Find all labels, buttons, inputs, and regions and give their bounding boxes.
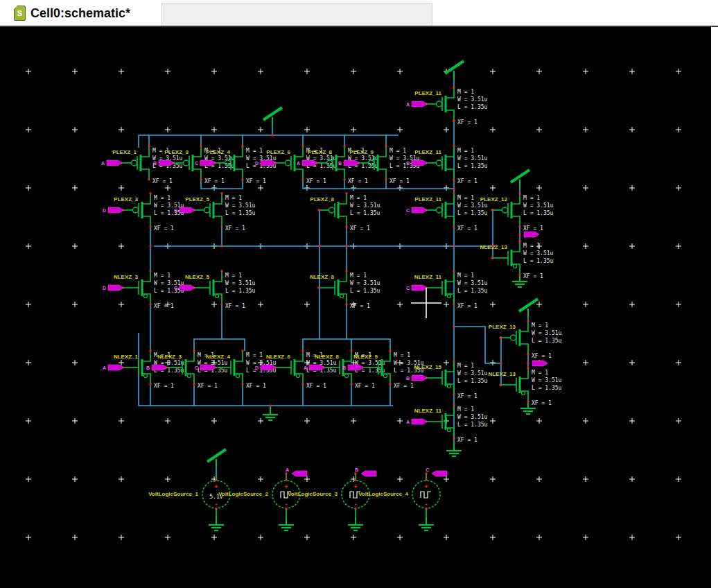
transistor-NLEXZ_13[interactable]: NLEXZ_13M = 1W = 3.51uL = 1.35uXF = 1 (480, 241, 553, 280)
svg-text:XF = 1: XF = 1 (154, 383, 174, 389)
svg-text:-: - (425, 500, 427, 508)
svg-text:XF = 1: XF = 1 (457, 437, 478, 443)
ground-symbol[interactable] (279, 517, 294, 530)
svg-text:PLEXZ_6: PLEXZ_6 (266, 149, 290, 155)
cursor-crosshair (411, 288, 441, 318)
source-pin-C[interactable]: C (426, 467, 448, 476)
ground-symbol[interactable] (446, 443, 462, 456)
svg-text:PLEXZ_1: PLEXZ_1 (112, 149, 137, 155)
svg-text:PLEXZ_11: PLEXZ_11 (414, 149, 441, 155)
wire[interactable] (139, 135, 399, 148)
transistor-NLEXZ_5[interactable]: NLEXZ_5M = 1W = 3.51uL = 1.35uXF = 1 (185, 270, 256, 310)
svg-text:M = 1: M = 1 (457, 89, 474, 95)
wire[interactable] (194, 339, 245, 351)
transistor-PLEXZ_8[interactable]: PLEXZ_8M = 1W = 3.51uL = 1.35uXF = 1 (310, 193, 380, 232)
ground-symbol[interactable] (419, 517, 434, 530)
input-pin-A[interactable]: A (406, 419, 427, 424)
svg-text:XF = 1: XF = 1 (457, 178, 478, 184)
input-pin-C[interactable]: C (406, 207, 427, 213)
vdd-symbol[interactable] (207, 449, 226, 467)
schematic-canvas[interactable]: PLEXZ_1M = 1W = 3.51uL = 1.35uXF = 1APLE… (0, 26, 711, 588)
svg-text:M = 1: M = 1 (457, 363, 474, 369)
svg-text:W = 3.51u: W = 3.51u (225, 202, 256, 209)
output-pin[interactable] (532, 361, 548, 366)
svg-text:M = 1: M = 1 (389, 148, 406, 154)
input-pin-C[interactable]: C (174, 285, 195, 291)
input-pin-A[interactable]: A (103, 365, 123, 370)
source-pin-A[interactable]: A (286, 467, 308, 476)
svg-text:XF = 1: XF = 1 (389, 178, 410, 184)
vdd-symbol[interactable] (519, 299, 538, 317)
svg-text:XF = 1: XF = 1 (306, 383, 326, 389)
svg-text:L = 1.35u: L = 1.35u (457, 378, 488, 384)
svg-text:M = 1: M = 1 (350, 195, 367, 201)
input-pin-B[interactable]: B (153, 160, 174, 166)
svg-text:L = 1.35u: L = 1.35u (457, 163, 488, 169)
input-pin-B[interactable]: B (338, 160, 359, 166)
tab-cell0-schematic[interactable]: S Cell0:schematic* (10, 2, 134, 24)
tab-empty-area[interactable] (161, 3, 432, 26)
ground-symbol[interactable] (263, 407, 278, 420)
ground-symbol[interactable] (209, 517, 224, 530)
input-pin-A[interactable]: A (304, 365, 324, 370)
transistor-PLEXZ_13[interactable]: PLEXZ_13M = 1W = 3.51uL = 1.35uXF = 1 (489, 320, 562, 360)
transistor-PLEXZ_11[interactable]: PLEXZ_11M = 1W = 3.51uL = 1.35uXF = 1 (414, 146, 487, 185)
svg-text:NLEXZ_11: NLEXZ_11 (414, 408, 442, 414)
wire[interactable] (303, 339, 390, 351)
svg-text:XF = 1: XF = 1 (523, 225, 543, 232)
voltage-source-VoltLogicSource_4[interactable]: +-VoltLogicSource_4 (358, 474, 440, 518)
ground-symbol[interactable] (348, 517, 363, 530)
vdd-symbol[interactable] (511, 170, 529, 188)
svg-text:W = 3.51u: W = 3.51u (457, 155, 488, 162)
input-pin-B[interactable]: B (146, 365, 167, 370)
vdd-symbol[interactable] (445, 61, 464, 79)
transistor-NLEXZ_13[interactable]: NLEXZ_13M = 1W = 3.51uL = 1.35uXF = 1 (488, 368, 561, 407)
input-pin-A[interactable]: A (101, 160, 122, 166)
svg-text:C: C (195, 161, 198, 166)
svg-text:M = 1: M = 1 (225, 195, 242, 201)
source-pin-B[interactable]: B (355, 467, 377, 476)
schematic-drawing[interactable]: PLEXZ_1M = 1W = 3.51uL = 1.35uXF = 1APLE… (6, 26, 711, 588)
input-pin-D[interactable]: D (255, 160, 276, 166)
transistor-NLEXZ_11[interactable]: NLEXZ_11M = 1W = 3.51uL = 1.35uXF = 1 (414, 404, 488, 444)
input-pin-A[interactable]: A (406, 101, 427, 107)
input-pin-C[interactable]: C (195, 365, 216, 370)
input-pin-D[interactable]: D (255, 365, 276, 370)
input-pin-C[interactable]: C (174, 207, 195, 213)
window-right-edge (711, 26, 718, 588)
svg-text:XF = 1: XF = 1 (225, 303, 245, 309)
input-pin-A[interactable]: A (297, 160, 317, 166)
svg-text:PLEXZ_13: PLEXZ_13 (489, 324, 516, 330)
transistor-PLEXZ_5[interactable]: PLEXZ_5M = 1W = 3.51uL = 1.35uXF = 1 (185, 193, 255, 232)
svg-text:M = 1: M = 1 (246, 148, 263, 154)
svg-text:XF = 1: XF = 1 (152, 178, 173, 184)
svg-text:M = 1: M = 1 (350, 273, 367, 279)
voltage-source-VoltLogicSource_3[interactable]: +-VoltLogicSource_3 (288, 474, 369, 518)
svg-text:PLEXZ_5: PLEXZ_5 (185, 196, 209, 202)
svg-text:W = 3.51u: W = 3.51u (523, 202, 554, 209)
input-pin-B[interactable]: B (406, 160, 427, 166)
svg-text:PLEXZ_3: PLEXZ_3 (114, 196, 138, 202)
input-pin-D[interactable]: D (103, 207, 123, 213)
svg-text:B: B (342, 365, 346, 370)
output-pin[interactable] (524, 232, 539, 237)
svg-text:B: B (146, 365, 150, 370)
svg-text:L = 1.35u: L = 1.35u (523, 210, 554, 216)
transistor-NLEXZ_15[interactable]: NLEXZ_15M = 1W = 3.51uL = 1.35uXF = 1 (414, 361, 487, 400)
input-pin-B[interactable]: B (342, 365, 363, 370)
svg-text:M = 1: M = 1 (394, 352, 410, 358)
svg-text:NLEXZ_4: NLEXZ_4 (206, 354, 231, 360)
input-pin-B[interactable]: B (406, 375, 427, 381)
input-pin-D[interactable]: D (103, 285, 123, 291)
transistor-PLEXZ_11[interactable]: PLEXZ_11M = 1W = 3.51uL = 1.35uXF = 1 (414, 87, 487, 126)
svg-text:A: A (406, 102, 410, 107)
svg-text:M = 1: M = 1 (457, 195, 474, 201)
transistor-NLEXZ_8[interactable]: NLEXZ_8M = 1W = 3.51uL = 1.35uXF = 1 (310, 270, 380, 310)
transistor-PLEXZ_11[interactable]: PLEXZ_11M = 1W = 3.51uL = 1.35uXF = 1 (414, 193, 487, 232)
transistor-PLEXZ_12[interactable]: PLEXZ_12M = 1W = 3.51uL = 1.35uXF = 1 (480, 193, 554, 232)
vdd-symbol[interactable] (263, 107, 282, 126)
wire[interactable] (454, 327, 501, 363)
input-pin-C[interactable]: C (195, 160, 216, 166)
svg-text:L = 1.35u: L = 1.35u (457, 210, 488, 216)
input-pin-C[interactable]: C (406, 285, 427, 291)
